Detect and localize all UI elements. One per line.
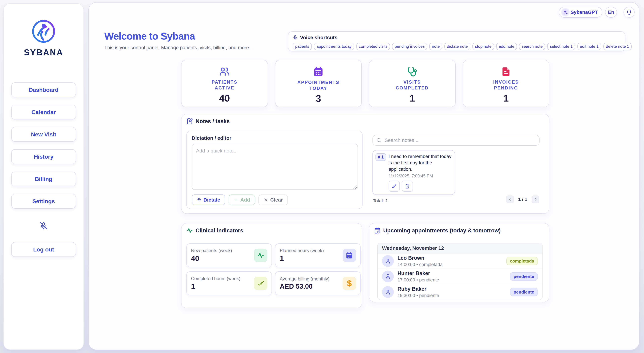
mic-off-icon[interactable] <box>40 222 48 230</box>
welcome-header: Welcome to Sybana This is your control p… <box>104 30 250 50</box>
notebook-pen-icon <box>186 118 193 124</box>
activity-icon <box>186 227 193 234</box>
person-icon <box>385 273 391 280</box>
logout-button[interactable]: Log out <box>11 242 76 257</box>
calendar-icon <box>346 252 353 259</box>
patient-name: Leo Brown <box>398 255 424 261</box>
sidebar-nav: Dashboard Calendar New Visit History Bil… <box>11 82 76 209</box>
notes-pagination: 1 / 1 <box>506 196 539 203</box>
delete-note-button[interactable] <box>402 181 413 192</box>
prev-page-button[interactable] <box>506 196 514 203</box>
notes-search <box>372 135 540 146</box>
activity-icon <box>256 251 265 259</box>
sybanagpt-button[interactable]: SybanaGPT <box>559 7 602 17</box>
edit-note-button[interactable] <box>388 181 400 192</box>
voice-shortcuts-card: Voice shortcuts patientsappointments tod… <box>288 31 626 51</box>
clinical-indicators-section: Clinical indicators New patients (week) … <box>181 223 362 308</box>
stat-visits-completed: Visitscompleted 1 <box>369 60 456 107</box>
search-notes-input[interactable] <box>372 135 540 146</box>
average-billing-value: AED 53.00 <box>280 283 330 290</box>
indicator-new-patients: New patients (week) 40 <box>186 243 272 267</box>
appointments-day-header: Wednesday, November 12 <box>378 243 542 254</box>
voice-shortcut-chip[interactable]: dictate note <box>444 43 470 50</box>
voice-shortcut-chip[interactable]: note <box>429 43 442 50</box>
page-indicator: 1 / 1 <box>518 197 527 202</box>
plus-icon <box>234 198 238 202</box>
voice-shortcut-chip[interactable]: stop note <box>472 43 494 50</box>
appointment-row[interactable]: Ruby Baker 19:30:00 • pendiente pendient… <box>378 284 542 300</box>
appointment-meta: 19:30:00 • pendiente <box>398 293 506 298</box>
status-badge: pendiente <box>510 272 538 281</box>
voice-shortcut-chip[interactable]: search note <box>519 43 545 50</box>
next-page-button[interactable] <box>532 196 539 203</box>
visits-completed-value: 1 <box>410 92 415 104</box>
voice-shortcut-chip[interactable]: completed visits <box>356 43 390 50</box>
clear-note-button[interactable]: Clear <box>258 195 288 205</box>
double-check-icon <box>257 280 264 287</box>
note-text: I need to remember that today is the fir… <box>388 153 452 172</box>
sidebar-item-calendar[interactable]: Calendar <box>11 105 76 119</box>
appointment-meta: 14:00:00 • completada <box>398 262 502 267</box>
avatar <box>382 255 394 267</box>
stat-invoices-pending: Invoicespending 1 <box>463 60 550 107</box>
sidebar: SYBANA Dashboard Calendar New Visit Hist… <box>3 3 84 350</box>
voice-shortcut-chip[interactable]: edit note 1 <box>578 43 601 50</box>
quick-note-textarea[interactable] <box>192 144 358 190</box>
dictate-button[interactable]: Dictate <box>192 195 225 205</box>
appointment-meta: 17:00:00 • pendiente <box>398 278 506 283</box>
upcoming-appointments-section: Upcoming appointments (today & tomorrow)… <box>369 223 550 302</box>
calendar-clock-icon <box>374 227 380 234</box>
sidebar-item-history[interactable]: History <box>11 149 76 164</box>
avatar <box>382 286 394 298</box>
sybanagpt-label: SybanaGPT <box>570 9 598 15</box>
appointments-list: Wednesday, November 12 Leo Brown 14:00:0… <box>377 243 542 300</box>
appointment-row[interactable]: Leo Brown 14:00:00 • completada completa… <box>378 254 542 269</box>
voice-shortcut-chip[interactable]: select note 1 <box>547 43 575 50</box>
indicator-completed-hours: Completed hours (week) 1 <box>186 271 272 295</box>
stethoscope-icon <box>407 66 418 77</box>
note-timestamp: 11/12/2025, 7:09:45 PM <box>388 174 452 178</box>
sidebar-item-billing[interactable]: Billing <box>11 172 76 186</box>
person-icon <box>385 289 391 295</box>
status-badge: pendiente <box>510 288 538 296</box>
voice-shortcut-chip[interactable]: appointments today <box>314 43 354 50</box>
stat-cards: Patientsactive 40 Appointmentstoday 3 Vi… <box>181 60 550 107</box>
microphone-icon <box>293 35 298 40</box>
patients-active-value: 40 <box>219 92 230 104</box>
voice-shortcuts-title: Voice shortcuts <box>300 35 338 40</box>
sidebar-item-dashboard[interactable]: Dashboard <box>11 82 76 97</box>
chevron-left-icon <box>508 197 512 202</box>
textarea-resize-handle[interactable] <box>353 185 357 189</box>
invoices-pending-value: 1 <box>503 92 509 104</box>
add-note-button[interactable]: Add <box>228 195 255 205</box>
sybana-logo-icon <box>31 19 56 44</box>
new-patients-value: 40 <box>191 254 232 263</box>
voice-shortcut-chip[interactable]: delete note 1 <box>604 43 632 50</box>
notifications-button[interactable] <box>624 7 634 17</box>
voice-shortcut-chip[interactable]: add note <box>496 43 517 50</box>
appointment-row[interactable]: Hunter Baker 17:00:00 • pendiente pendie… <box>378 269 542 284</box>
sidebar-item-settings[interactable]: Settings <box>11 194 76 209</box>
language-button[interactable]: En <box>605 7 617 17</box>
patient-name: Hunter Baker <box>398 270 430 276</box>
planned-hours-value: 1 <box>280 254 324 263</box>
patient-name: Ruby Baker <box>398 286 426 292</box>
main-panel: SybanaGPT En Welcome to Sybana This is y… <box>88 2 639 350</box>
upcoming-appointments-title: Upcoming appointments (today & tomorrow) <box>383 227 500 234</box>
pencil-icon <box>392 184 397 189</box>
calendar-icon <box>313 66 324 77</box>
invoice-icon <box>501 66 511 77</box>
voice-shortcut-chip[interactable]: patients <box>293 43 312 50</box>
status-badge: completada <box>506 257 538 265</box>
sidebar-item-new-visit[interactable]: New Visit <box>11 127 76 142</box>
stat-patients-active: Patientsactive 40 <box>181 60 268 107</box>
dollar-icon: $ <box>347 278 352 288</box>
dictation-editor-label: Dictation / editor <box>192 135 232 141</box>
topbar: SybanaGPT En <box>559 7 634 17</box>
stat-appointments-today: Appointmentstoday 3 <box>275 60 362 107</box>
voice-shortcut-chip[interactable]: pending invoices <box>392 43 427 50</box>
dictation-editor-card: Dictation / editor Dictate Add Clear <box>186 131 362 209</box>
sparkles-icon <box>561 8 570 17</box>
person-icon <box>385 258 391 264</box>
brand-name: SYBANA <box>24 47 63 57</box>
